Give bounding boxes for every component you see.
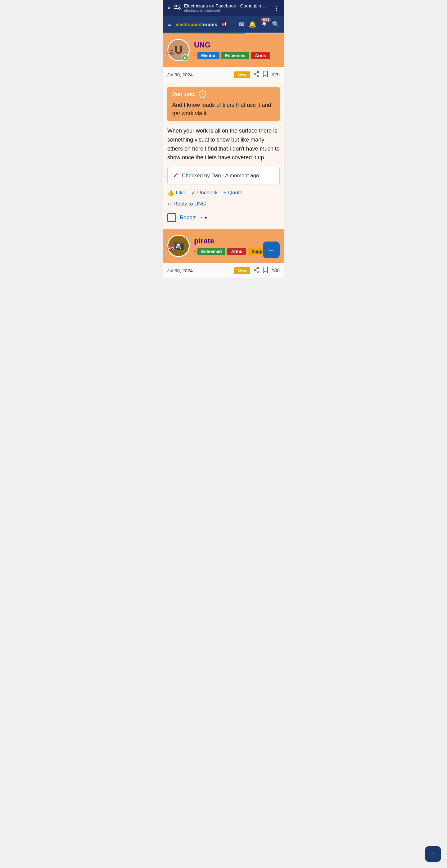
post2-new-badge: New xyxy=(234,267,251,274)
post1-quote-block: Dan said: ↑ And I know loads of tilers t… xyxy=(167,87,280,121)
post2-share-icon[interactable] xyxy=(253,267,259,274)
pirate-avatar-icon: 🏴‍☠️ xyxy=(173,241,184,251)
post1-checked-text: Checked by Dan · A moment ago xyxy=(182,173,259,179)
badge-esteemed: Esteemed xyxy=(221,52,249,59)
quote-label: Quote xyxy=(228,190,243,196)
post1-username[interactable]: UNG xyxy=(194,41,280,49)
post1-header: U 🇬🇧 UNG - Mentor Esteemed Arms xyxy=(163,34,284,67)
post2-number: #30 xyxy=(271,268,280,274)
post2-header: 🏴‍☠️ 🇬🇧 pirate - Esteemed Arms Supporter… xyxy=(163,230,284,263)
quote-button[interactable]: + Quote xyxy=(223,190,243,196)
close-icon[interactable]: × xyxy=(167,4,171,11)
hamburger-menu[interactable]: ≡ xyxy=(167,20,171,28)
mail-icon[interactable]: ✉ xyxy=(239,21,244,28)
browser-bar: × Electricians on Facebook - Come join …… xyxy=(163,0,284,16)
post2-flag: 🇬🇧 xyxy=(167,245,174,251)
like-button[interactable]: 👍 Like xyxy=(167,189,185,196)
post1-badges-row: - Mentor Esteemed Arms xyxy=(194,52,280,59)
chevron-down-icon: ▾ xyxy=(204,215,207,221)
uncheck-button[interactable]: ✓ Uncheck xyxy=(191,189,218,196)
post1-action-row: 👍 Like ✓ Uncheck + Quote xyxy=(167,189,280,196)
back-button[interactable]: ← xyxy=(263,242,280,258)
svg-point-1 xyxy=(179,7,180,9)
post1-quote-author: Dan said: ↑ xyxy=(172,90,275,98)
plus-icon: + xyxy=(223,190,227,196)
votes-badge: 4091 xyxy=(261,18,271,22)
svg-point-0 xyxy=(175,5,177,7)
post1-body: Dan said: ↑ And I know loads of tilers t… xyxy=(163,82,284,229)
logo-e: e xyxy=(222,22,225,27)
post1-bookmark-icon[interactable] xyxy=(263,70,268,79)
svg-point-13 xyxy=(257,271,259,273)
svg-point-14 xyxy=(254,269,255,271)
post1-share-icon[interactable] xyxy=(253,71,259,79)
svg-point-7 xyxy=(257,71,259,73)
search-icon[interactable]: 🔍 xyxy=(272,21,280,28)
post1-date: Jul 30, 2024 xyxy=(167,72,231,77)
svg-point-8 xyxy=(257,75,259,77)
logo-forums: forums xyxy=(201,22,217,27)
post2-dash: - xyxy=(194,249,196,254)
post1-online-dot xyxy=(182,54,188,61)
logo-icon: ef xyxy=(219,19,229,30)
filter-icon[interactable] xyxy=(174,4,181,11)
post1-avatar-wrapper: U 🇬🇧 xyxy=(167,39,190,61)
quote-up-icon[interactable]: ↑ xyxy=(199,90,206,98)
svg-line-15 xyxy=(255,268,257,269)
badge-mentor: Mentor xyxy=(197,52,220,59)
post2-badge-esteemed: Esteemed xyxy=(197,248,225,255)
browser-menu-icon[interactable]: ⋮ xyxy=(274,4,280,12)
svg-line-10 xyxy=(255,72,257,73)
post1-new-badge: New xyxy=(234,71,251,78)
site-logo[interactable]: electriciansforums ef xyxy=(176,19,235,30)
post1-dash: - xyxy=(194,53,196,58)
svg-point-12 xyxy=(257,267,259,269)
post1-quote-text: And I know loads of tilers that use it a… xyxy=(172,101,275,118)
svg-point-9 xyxy=(254,73,255,75)
uncheck-label: Uncheck xyxy=(197,190,218,196)
post2-meta: Jul 30, 2024 New #30 xyxy=(163,263,284,278)
check-icon: ✓ xyxy=(172,172,178,180)
post1-text: When your work is all on the surface the… xyxy=(167,126,280,162)
page-url: electriciansforums.net xyxy=(184,8,270,13)
more-label: ··· xyxy=(199,215,204,221)
post1-reply-row: ↩ Reply to UNG xyxy=(167,200,280,207)
post2-date: Jul 30, 2024 xyxy=(167,268,231,273)
post1-select-checkbox[interactable] xyxy=(167,213,176,222)
post2-bookmark-icon[interactable] xyxy=(263,266,268,275)
reply-to-ung-button[interactable]: ↩ Reply to UNG xyxy=(167,200,206,207)
more-options-button[interactable]: ··· ▾ xyxy=(199,215,207,221)
badge-arms: Arms xyxy=(251,52,270,59)
report-button[interactable]: Report xyxy=(180,215,196,221)
votes-icon[interactable]: 4091 xyxy=(261,20,267,29)
post1-user-info: UNG - Mentor Esteemed Arms xyxy=(194,41,280,59)
title-area: Electricians on Facebook - Come join … e… xyxy=(184,3,270,13)
logo-text: electriciansforums xyxy=(176,22,217,27)
logo-f: f xyxy=(225,22,226,27)
post2-avatar-wrapper: 🏴‍☠️ 🇬🇧 xyxy=(167,235,190,257)
uncheck-icon: ✓ xyxy=(191,189,196,196)
post1-flag: 🇬🇧 xyxy=(167,49,174,56)
post2-badge-arms: Arms xyxy=(227,248,246,255)
post1-checked-row: ✓ Checked by Dan · A moment ago xyxy=(167,167,280,184)
post1-meta: Jul 30, 2024 New #29 xyxy=(163,67,284,82)
reply-label: Reply to UNG xyxy=(173,201,206,207)
logo-electricians: electricians xyxy=(176,22,201,27)
post1-number: #29 xyxy=(271,72,280,78)
svg-line-16 xyxy=(255,270,257,271)
post1-bottom-controls: Report ··· ▾ xyxy=(167,213,280,224)
like-label: Like xyxy=(176,190,185,196)
svg-line-11 xyxy=(255,74,257,75)
page-title: Electricians on Facebook - Come join … xyxy=(184,3,270,8)
bell-icon[interactable]: 🔔 xyxy=(249,21,256,28)
reply-icon: ↩ xyxy=(167,200,172,207)
svg-point-6 xyxy=(184,57,186,59)
site-nav: ≡ electriciansforums ef ✉ 🔔 4091 🔍 xyxy=(163,16,284,33)
like-icon: 👍 xyxy=(167,189,174,196)
